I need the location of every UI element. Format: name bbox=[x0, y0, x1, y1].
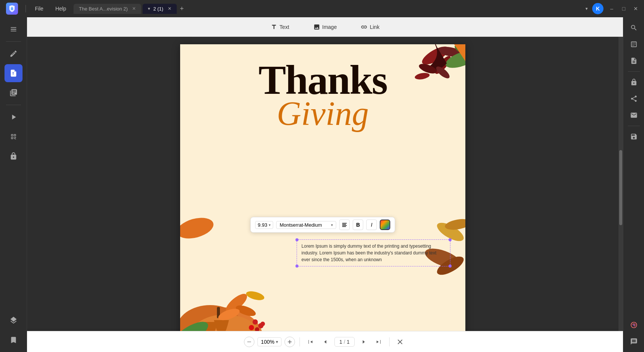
zoom-in-button[interactable] bbox=[284, 337, 295, 347]
toolbar-link[interactable]: Link bbox=[355, 21, 385, 33]
right-protect-button[interactable] bbox=[626, 75, 641, 90]
right-save-button[interactable] bbox=[626, 129, 641, 144]
nav-divider-2 bbox=[389, 337, 390, 346]
sidebar-item-organize[interactable] bbox=[5, 84, 23, 102]
sidebar-item-protect[interactable] bbox=[5, 147, 23, 165]
svg-point-11 bbox=[188, 314, 263, 331]
tab-2-close[interactable]: ✕ bbox=[168, 6, 172, 11]
sidebar-item-edit[interactable] bbox=[5, 64, 23, 82]
right-convert-button[interactable] bbox=[626, 53, 641, 68]
zoom-out-button[interactable] bbox=[244, 337, 254, 347]
zoom-value-display: 100% ▾ bbox=[257, 337, 281, 346]
page-indicator: 1 / 1 bbox=[334, 337, 354, 347]
right-search-button[interactable] bbox=[626, 20, 641, 35]
scrollbar-thumb[interactable] bbox=[619, 150, 622, 225]
toolbar-image-label: Image bbox=[322, 24, 337, 30]
resize-handle-br[interactable] bbox=[448, 265, 451, 268]
svg-point-19 bbox=[253, 319, 258, 325]
thanks-text: Thanks bbox=[180, 44, 465, 101]
toolbar-image[interactable]: Image bbox=[307, 21, 343, 33]
menu-help[interactable]: Help bbox=[51, 4, 71, 13]
right-email-button[interactable] bbox=[626, 108, 641, 123]
page-prev-button[interactable] bbox=[319, 336, 331, 348]
right-sidebar bbox=[623, 17, 644, 352]
toolbar-text[interactable]: Text bbox=[265, 21, 295, 33]
document-page: Thanks Giving 9.93 ▾ Montserrat-Medium ▾ bbox=[180, 44, 465, 331]
text-edit-toolbar: 9.93 ▾ Montserrat-Medium ▾ B I bbox=[250, 217, 395, 233]
italic-button[interactable]: I bbox=[366, 220, 377, 230]
align-icon bbox=[342, 222, 347, 227]
zoom-dropdown[interactable]: ▾ bbox=[276, 339, 278, 344]
sidebar-item-layers[interactable] bbox=[5, 311, 23, 329]
share-icon bbox=[630, 95, 638, 102]
image-icon bbox=[313, 24, 320, 30]
title-bar: File Help The Best A...evision 2) ✕ ▾ 2 … bbox=[0, 0, 644, 17]
title-bar-right: ▾ K – □ ✕ bbox=[584, 3, 641, 14]
user-avatar[interactable]: K bbox=[592, 3, 603, 14]
zoom-out-icon bbox=[247, 339, 252, 344]
menu-file[interactable]: File bbox=[30, 4, 48, 13]
page-prev-icon bbox=[322, 339, 328, 345]
right-comment-button[interactable] bbox=[626, 334, 641, 349]
page-separator: / bbox=[344, 339, 345, 345]
close-button[interactable]: ✕ bbox=[630, 3, 641, 14]
close-nav-button[interactable] bbox=[394, 336, 406, 348]
ai-icon bbox=[630, 321, 638, 329]
minimize-button[interactable]: – bbox=[606, 3, 617, 14]
scrollbar[interactable] bbox=[618, 37, 623, 331]
tab-2[interactable]: ▾ 2 (1) ✕ bbox=[143, 4, 177, 14]
font-name-dropdown-icon[interactable]: ▾ bbox=[331, 223, 333, 227]
page-total: 1 bbox=[347, 339, 350, 345]
sidebar-item-convert[interactable] bbox=[5, 108, 23, 126]
svg-point-20 bbox=[258, 323, 263, 328]
color-picker-button[interactable] bbox=[380, 220, 390, 230]
tabs-dropdown[interactable]: ▾ bbox=[584, 5, 589, 13]
page-current[interactable]: 1 bbox=[339, 339, 342, 345]
sidebar-item-ocr[interactable] bbox=[5, 128, 23, 146]
zoom-in-icon bbox=[287, 339, 292, 344]
svg-point-24 bbox=[180, 214, 216, 242]
resize-handle-tl[interactable] bbox=[295, 238, 298, 241]
sidebar-item-bookmark[interactable] bbox=[5, 331, 23, 349]
maximize-button[interactable]: □ bbox=[618, 3, 629, 14]
tab-1[interactable]: The Best A...evision 2) ✕ bbox=[74, 4, 141, 14]
svg-point-26 bbox=[444, 217, 465, 232]
font-size-control[interactable]: 9.93 ▾ bbox=[255, 221, 273, 229]
resize-handle-bl[interactable] bbox=[295, 265, 298, 268]
right-ai-button[interactable] bbox=[626, 317, 641, 332]
updf-logo-icon bbox=[6, 3, 18, 15]
tab-add-button[interactable]: + bbox=[178, 3, 185, 14]
bold-button[interactable]: B bbox=[353, 220, 363, 230]
page-next-button[interactable] bbox=[358, 336, 370, 348]
link-icon bbox=[361, 24, 367, 30]
comment-icon bbox=[630, 338, 638, 345]
updf-logo[interactable] bbox=[3, 1, 21, 16]
page-first-button[interactable] bbox=[304, 336, 316, 348]
selected-text-box[interactable]: Lorem Ipsum is simply dummy text of the … bbox=[296, 239, 450, 266]
align-button[interactable] bbox=[339, 220, 350, 230]
main-content-col: Text Image Link bbox=[27, 17, 623, 352]
svg-point-22 bbox=[255, 327, 259, 331]
doc-scroll[interactable]: Thanks Giving 9.93 ▾ Montserrat-Medium ▾ bbox=[27, 37, 618, 331]
divider-1 bbox=[26, 5, 26, 12]
page-last-button[interactable] bbox=[373, 336, 385, 348]
top-toolbar: Text Image Link bbox=[27, 17, 623, 37]
sidebar-divider-2 bbox=[6, 105, 21, 105]
right-share-button[interactable] bbox=[626, 91, 641, 106]
doc-wrapper: Thanks Giving 9.93 ▾ Montserrat-Medium ▾ bbox=[27, 37, 623, 331]
right-ocr-button[interactable] bbox=[626, 37, 641, 52]
font-name-control[interactable]: Montserrat-Medium ▾ bbox=[276, 221, 336, 229]
toolbar-text-label: Text bbox=[280, 24, 289, 30]
ocr-icon bbox=[630, 41, 638, 48]
resize-handle-tr[interactable] bbox=[448, 238, 451, 241]
sidebar-divider-1 bbox=[6, 41, 21, 42]
sidebar-item-annotate[interactable] bbox=[5, 45, 23, 63]
email-icon bbox=[630, 111, 638, 119]
tab-1-close[interactable]: ✕ bbox=[132, 6, 136, 11]
sidebar-item-reader[interactable] bbox=[5, 20, 23, 38]
font-size-dropdown-icon[interactable]: ▾ bbox=[269, 223, 271, 227]
svg-point-23 bbox=[260, 322, 265, 326]
svg-point-13 bbox=[180, 317, 211, 331]
giving-text: Giving bbox=[180, 97, 465, 131]
text-icon bbox=[271, 24, 277, 30]
